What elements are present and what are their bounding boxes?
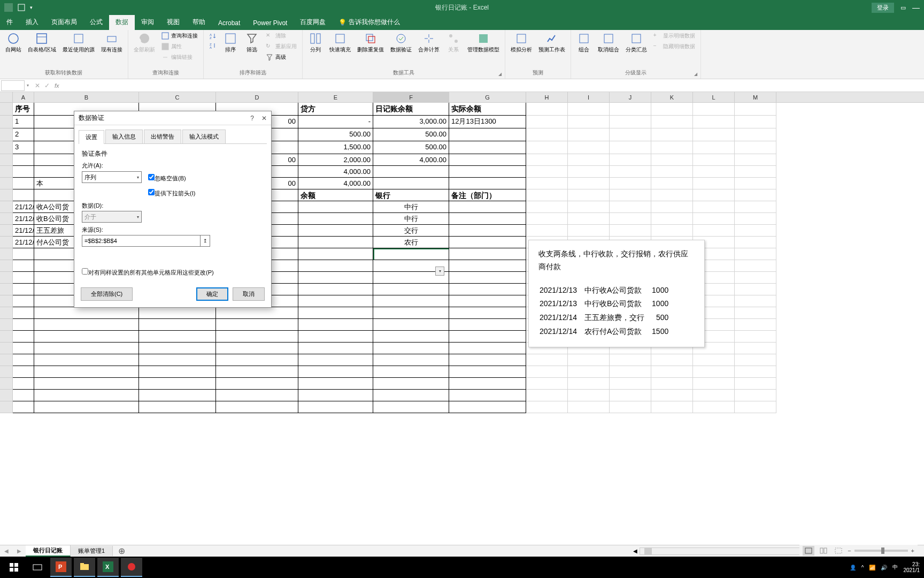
sheet-tab[interactable]: 银行日记账	[26, 545, 71, 557]
cell[interactable]	[735, 319, 776, 331]
powerpoint-task-icon[interactable]: P	[50, 558, 72, 577]
cell[interactable]	[13, 343, 34, 354]
cell[interactable]	[610, 201, 651, 213]
cell[interactable]	[373, 390, 449, 401]
from-table-button[interactable]: 自表格/区域	[26, 31, 58, 55]
cell[interactable]	[735, 331, 776, 343]
cell[interactable]	[735, 154, 776, 166]
hscroll-left-icon[interactable]: ◀	[633, 548, 637, 554]
fx-icon[interactable]: fx	[55, 82, 63, 89]
cell[interactable]: 1,500.00	[298, 141, 373, 154]
cell[interactable]	[568, 213, 610, 225]
cell[interactable]	[735, 166, 776, 178]
cell[interactable]	[568, 128, 610, 141]
cell[interactable]: 21/12/14	[13, 225, 34, 237]
cell[interactable]: 实际余额	[449, 103, 526, 116]
tray-time[interactable]: 23:	[903, 561, 920, 567]
enter-formula-icon[interactable]: ✓	[43, 82, 51, 89]
cell[interactable]	[693, 141, 735, 154]
normal-view-icon[interactable]	[803, 546, 814, 556]
cell[interactable]	[610, 354, 651, 366]
cell[interactable]: 中行	[373, 213, 449, 225]
cell[interactable]	[651, 178, 693, 189]
cell[interactable]	[373, 343, 449, 354]
cell[interactable]	[651, 166, 693, 178]
cell[interactable]	[13, 390, 34, 401]
cell[interactable]	[526, 154, 568, 166]
cell[interactable]	[449, 331, 526, 343]
cell[interactable]	[373, 307, 449, 319]
cell[interactable]	[693, 178, 735, 189]
zoom-out-icon[interactable]: −	[848, 547, 851, 554]
cell[interactable]: 银行	[373, 189, 449, 201]
cell[interactable]	[298, 319, 373, 331]
cell[interactable]	[526, 166, 568, 178]
dialog-tab-ime[interactable]: 输入法模式	[182, 130, 226, 143]
cell[interactable]	[526, 141, 568, 154]
explorer-task-icon[interactable]	[74, 558, 95, 577]
cell[interactable]	[216, 331, 298, 343]
tray-sound-icon[interactable]: 🔊	[881, 565, 887, 571]
cell[interactable]	[568, 401, 610, 413]
dialog-tab-error[interactable]: 出错警告	[144, 130, 181, 143]
cell[interactable]	[373, 295, 449, 307]
cell[interactable]	[216, 354, 298, 366]
launcher-icon[interactable]: ◢	[694, 72, 697, 77]
minimize-icon[interactable]: —	[912, 3, 920, 12]
cell[interactable]	[693, 378, 735, 390]
cell[interactable]	[449, 366, 526, 378]
cell[interactable]: 4,000.00	[298, 166, 373, 178]
cell[interactable]	[610, 128, 651, 141]
dropdown-checkbox[interactable]: 提供下拉箭头(I)	[148, 189, 195, 197]
cell[interactable]	[139, 343, 216, 354]
cell[interactable]	[373, 378, 449, 390]
cell[interactable]	[735, 213, 776, 225]
cell[interactable]	[449, 237, 526, 248]
cell[interactable]	[449, 141, 526, 154]
show-detail-button[interactable]: +显示明细数据	[651, 31, 697, 41]
cell[interactable]	[735, 237, 776, 248]
cell[interactable]: 500.00	[298, 128, 373, 141]
col-header[interactable]: I	[568, 92, 610, 102]
col-header[interactable]: F	[373, 92, 449, 102]
cell[interactable]	[298, 213, 373, 225]
record-task-icon[interactable]	[121, 558, 142, 577]
cell[interactable]	[139, 354, 216, 366]
cell[interactable]	[13, 189, 34, 201]
cell[interactable]	[651, 390, 693, 401]
select-all-corner[interactable]	[0, 92, 13, 102]
cell[interactable]	[526, 128, 568, 141]
cell[interactable]	[526, 213, 568, 225]
cell[interactable]	[216, 390, 298, 401]
cell[interactable]	[298, 225, 373, 237]
tab-acrobat[interactable]: Acrobat	[212, 16, 247, 30]
tab-formula[interactable]: 公式	[83, 14, 109, 30]
cell[interactable]: 21/12/13	[13, 201, 34, 213]
cell[interactable]	[568, 116, 610, 128]
cell[interactable]	[651, 201, 693, 213]
cell[interactable]	[139, 390, 216, 401]
cell[interactable]	[449, 284, 526, 295]
cell[interactable]	[139, 319, 216, 331]
cell[interactable]: -	[298, 116, 373, 128]
clear-all-button[interactable]: 全部清除(C)	[81, 287, 133, 301]
cell[interactable]	[735, 354, 776, 366]
cell[interactable]	[298, 284, 373, 295]
cell[interactable]	[298, 248, 373, 260]
cell[interactable]	[13, 295, 34, 307]
namebox-dropdown-icon[interactable]: ▾	[26, 83, 30, 88]
col-header[interactable]: G	[449, 92, 526, 102]
cell[interactable]: 中行	[373, 201, 449, 213]
cell[interactable]	[610, 178, 651, 189]
reapply-button[interactable]: ↻重新应用	[264, 42, 299, 51]
cell[interactable]	[13, 331, 34, 343]
cell[interactable]	[298, 354, 373, 366]
forecast-button[interactable]: 预测工作表	[536, 31, 567, 55]
recent-sources-button[interactable]: 最近使用的源	[60, 31, 97, 55]
cell[interactable]	[610, 225, 651, 237]
cell[interactable]	[735, 201, 776, 213]
cell[interactable]	[693, 189, 735, 201]
cell[interactable]	[651, 213, 693, 225]
cell[interactable]	[693, 166, 735, 178]
login-button[interactable]: 登录	[872, 3, 894, 13]
